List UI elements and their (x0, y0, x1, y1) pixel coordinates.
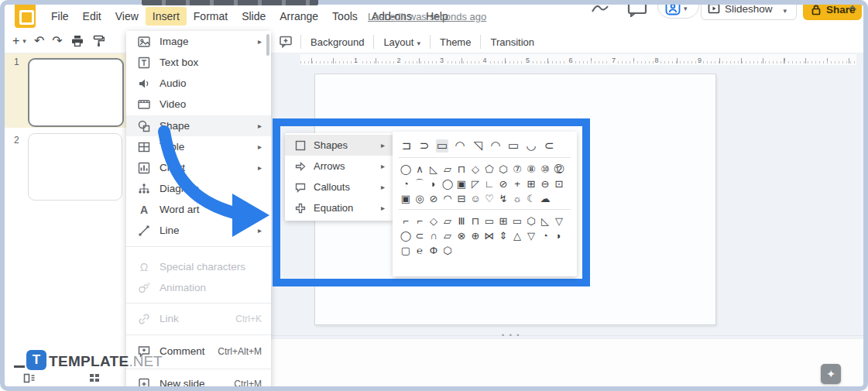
shape-glyph[interactable]: ⊞ (526, 177, 537, 190)
shape-glyph[interactable]: ◗ (554, 229, 564, 242)
shape-glyph[interactable]: ▢ (400, 244, 411, 257)
shape-glyph[interactable]: ◠ (442, 192, 453, 205)
shape-glyph[interactable]: ◠ (454, 139, 466, 153)
shape-glyph[interactable]: ▽ (526, 229, 537, 242)
layout-button[interactable]: Layout▾ (374, 34, 430, 50)
shape-glyph[interactable]: ◯ (400, 163, 411, 176)
shape-glyph[interactable]: ⊂ (414, 229, 425, 242)
paint-format-button[interactable] (92, 34, 105, 48)
chevron-down-icon[interactable]: ▾ (784, 7, 787, 15)
menu-view[interactable]: View (108, 7, 146, 26)
shape-glyph[interactable]: ◯ (442, 177, 453, 190)
shape-glyph[interactable]: ▣ (456, 177, 467, 190)
shape-glyph[interactable]: ⋈ (484, 229, 495, 242)
shape-glyph[interactable]: ◸ (470, 177, 481, 190)
shape-glyph[interactable]: ▣ (400, 192, 411, 205)
submenu-item-callouts[interactable]: Callouts ▸ (285, 177, 393, 197)
shape-glyph[interactable]: ◔ (540, 229, 551, 242)
shape-glyph[interactable]: ⇕ (498, 229, 509, 242)
theme-button[interactable]: Theme (431, 34, 480, 50)
google-slides-logo[interactable] (15, 0, 36, 28)
last-edit-status[interactable]: Last edit was seconds ago (368, 11, 486, 22)
shape-glyph[interactable]: ▭ (484, 214, 495, 228)
scribble-icon[interactable] (591, 2, 609, 14)
shape-glyph[interactable]: + (512, 177, 523, 190)
menu-item-audio[interactable]: Audio (126, 73, 271, 94)
shape-glyph[interactable]: ☺ (470, 192, 481, 205)
shape-glyph[interactable]: ⌐ (414, 214, 425, 228)
shape-glyph[interactable]: ⊟ (456, 192, 467, 205)
chevron-down-icon[interactable]: ▾ (22, 37, 26, 45)
shape-glyph[interactable]: ℮ (414, 244, 425, 257)
collapse-toolbar-icon[interactable] (848, 5, 857, 11)
menu-item-new-slide[interactable]: New slide Ctrl+M (126, 373, 271, 391)
shape-glyph[interactable]: Ⅲ (456, 214, 467, 228)
shape-glyph[interactable]: ⑦ (512, 163, 523, 176)
shape-glyph[interactable]: ◯ (400, 229, 411, 242)
shape-glyph[interactable]: ▽ (554, 214, 564, 228)
chat-icon[interactable] (627, 2, 647, 17)
submenu-item-equation[interactable]: Equation ▸ (285, 197, 393, 218)
filmstrip-view-icon[interactable] (23, 373, 36, 386)
add-comment-icon[interactable] (279, 35, 293, 49)
shape-glyph[interactable]: ◺ (428, 163, 439, 176)
shape-glyph[interactable]: ⊖ (540, 177, 551, 190)
chevron-down-icon[interactable]: ▾ (684, 5, 688, 12)
new-slide-plus-button[interactable]: + (12, 33, 19, 50)
menu-file[interactable]: File (44, 7, 76, 26)
slide-thumbnail-1[interactable] (28, 58, 124, 127)
background-button[interactable]: Background (301, 34, 373, 50)
submenu-item-shapes[interactable]: Shapes ▸ (285, 135, 393, 156)
shape-glyph[interactable]: ⊡ (554, 177, 564, 190)
shape-glyph[interactable]: ⊃ (418, 139, 431, 153)
redo-button[interactable]: ↷ (52, 33, 62, 50)
shape-glyph[interactable]: ☁ (540, 192, 551, 205)
shape-glyph[interactable]: Φ (428, 244, 439, 257)
shape-glyph[interactable]: ◠ (489, 139, 502, 153)
menu-item-image[interactable]: Image ▸ (126, 31, 271, 52)
shape-glyph[interactable]: △ (512, 229, 523, 242)
shape-glyph[interactable]: ⊘ (498, 177, 509, 190)
shape-glyph[interactable]: ⑩ (540, 163, 551, 176)
shape-glyph[interactable]: ▱ (442, 229, 453, 242)
transition-button[interactable]: Transition (481, 34, 544, 50)
shape-glyph[interactable]: ◺ (540, 214, 551, 228)
grid-view-icon[interactable] (89, 373, 101, 386)
shape-glyph[interactable]: ⌐ (400, 214, 411, 228)
shape-glyph[interactable]: ⬡ (526, 214, 537, 228)
shape-glyph[interactable]: ◹ (472, 139, 484, 153)
shape-glyph[interactable]: ◔ (400, 177, 411, 190)
shape-glyph[interactable]: ◡ (525, 139, 537, 153)
menu-slide[interactable]: Slide (235, 7, 273, 26)
menu-arrange[interactable]: Arrange (273, 7, 325, 26)
shape-glyph[interactable]: ∧ (414, 163, 425, 176)
shape-glyph[interactable]: ⊐ (400, 139, 413, 153)
shape-glyph[interactable]: ⊓ (456, 163, 467, 176)
shape-glyph[interactable]: ⊗ (456, 229, 467, 242)
shape-glyph[interactable]: ⊘ (428, 192, 439, 205)
menu-edit[interactable]: Edit (76, 7, 108, 26)
menu-tools[interactable]: Tools (325, 7, 365, 26)
shape-glyph[interactable]: ⬡ (498, 163, 509, 176)
shape-glyph[interactable]: ▭ (512, 214, 523, 228)
menu-item-video[interactable]: Video (126, 94, 271, 115)
explore-button[interactable]: ✦ (821, 364, 841, 384)
shape-glyph[interactable]: ☼ (512, 192, 523, 205)
shape-glyph[interactable]: ▱ (442, 163, 453, 176)
shape-glyph[interactable]: ▭ (507, 139, 520, 153)
shape-glyph[interactable]: ⑧ (526, 163, 537, 176)
shape-glyph[interactable]: ⊂ (543, 139, 555, 153)
shape-glyph[interactable]: ▭ (436, 139, 448, 153)
menu-insert[interactable]: Insert (146, 7, 187, 26)
undo-button[interactable]: ↶ (34, 33, 44, 50)
menu-item-text-box[interactable]: Text box (126, 52, 271, 73)
shape-glyph[interactable]: ⌒ (414, 177, 425, 190)
shape-glyph[interactable]: ▱ (442, 214, 453, 228)
notes-drag-handle[interactable]: • • • (502, 331, 520, 339)
shape-glyph[interactable]: ⬡ (442, 244, 453, 257)
shape-glyph[interactable]: ◇ (470, 163, 481, 176)
slideshow-button[interactable]: Slideshow ▾ (701, 0, 797, 20)
shape-glyph[interactable]: ☾ (526, 192, 537, 205)
submenu-item-arrows[interactable]: Arrows ▸ (285, 156, 393, 177)
shape-glyph[interactable]: ⊞ (498, 214, 509, 228)
